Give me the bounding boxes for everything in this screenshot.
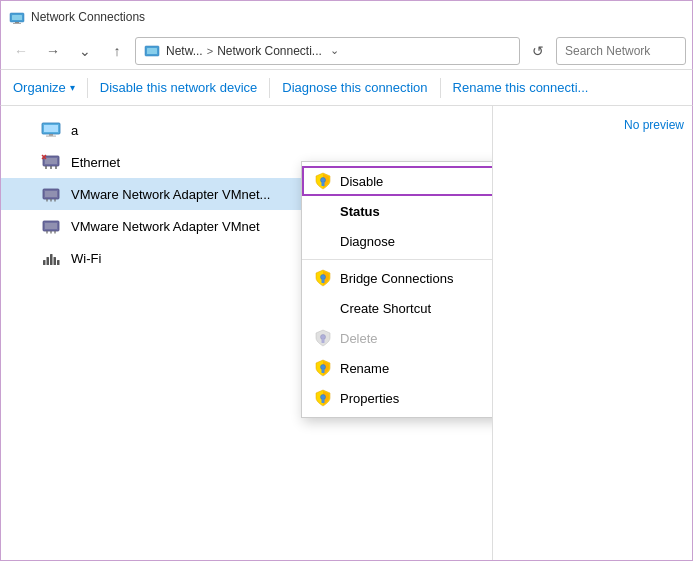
list-item-label: a [71,123,78,138]
wifi-icon [41,248,61,268]
address-icon [144,43,160,59]
svg-rect-9 [46,136,56,137]
refresh-button[interactable]: ↺ [524,37,552,65]
address-part1: Netw... [166,44,203,58]
network-icon [41,120,61,140]
svg-point-36 [321,335,326,340]
no-preview-text: No preview [624,118,684,132]
list-item-label: VMware Network Adapter VMnet [71,219,260,234]
list-item[interactable]: a [1,114,492,146]
svg-rect-29 [50,254,53,265]
shield-icon [314,172,332,190]
shield-icon-disabled [314,329,332,347]
address-bar: ← → ⌄ ↑ Netw... > Network Connecti... ⌄ … [0,32,693,70]
disable-label: Disable this network device [100,80,258,95]
ctx-properties[interactable]: Properties [302,383,492,413]
ctx-status[interactable]: Status [302,196,492,226]
back-button[interactable]: ← [7,37,35,65]
svg-rect-18 [45,191,57,197]
diagnose-label: Diagnose this connection [282,80,427,95]
ctx-shortcut-label: Create Shortcut [340,301,431,316]
ctx-properties-label: Properties [340,391,399,406]
address-chevron-icon: ⌄ [330,44,339,57]
shield-icon [314,269,332,287]
address-text: Netw... > Network Connecti... ⌄ [166,44,339,58]
svg-rect-27 [43,260,46,265]
svg-rect-33 [322,182,325,186]
up-button[interactable]: ↑ [103,37,131,65]
svg-point-34 [321,275,326,280]
ctx-no-icon [314,232,332,250]
ctx-shortcut[interactable]: Create Shortcut [302,293,492,323]
svg-rect-1 [12,15,22,20]
ctx-disable-label: Disable [340,174,383,189]
toolbar: Organize ▾ Disable this network device D… [0,70,693,106]
list-item-label: Ethernet [71,155,120,170]
main-window: a Ethernet [0,106,693,561]
organize-label: Organize [13,80,66,95]
ctx-no-icon [314,299,332,317]
svg-rect-35 [322,279,325,283]
ctx-delete[interactable]: Delete [302,323,492,353]
svg-point-38 [321,365,326,370]
dropdown-button[interactable]: ⌄ [71,37,99,65]
ctx-diagnose[interactable]: Diagnose [302,226,492,256]
address-box[interactable]: Netw... > Network Connecti... ⌄ [135,37,520,65]
window-title: Network Connections [31,10,145,24]
organize-button[interactable]: Organize ▾ [5,74,83,102]
organize-arrow-icon: ▾ [70,82,75,93]
ethernet-icon [41,152,61,172]
svg-point-40 [321,395,326,400]
svg-rect-39 [322,369,325,373]
ctx-bridge-label: Bridge Connections [340,271,453,286]
ctx-rename-label: Rename [340,361,389,376]
search-input[interactable] [556,37,686,65]
shield-icon [314,389,332,407]
vmware-icon [41,184,61,204]
ctx-diagnose-label: Diagnose [340,234,395,249]
address-part2: Network Connecti... [217,44,322,58]
context-menu: Disable Status Diagnose [301,161,492,418]
preview-panel: No preview [492,106,692,560]
svg-rect-7 [44,125,58,132]
svg-rect-3 [13,23,21,24]
app-icon [9,9,25,25]
list-item-label: Wi-Fi [71,251,101,266]
list-item-label: VMware Network Adapter VMnet... [71,187,270,202]
ctx-rename[interactable]: Rename [302,353,492,383]
ctx-disable[interactable]: Disable [302,166,492,196]
disable-button[interactable]: Disable this network device [92,74,266,102]
svg-rect-37 [322,339,325,343]
svg-rect-5 [147,48,157,54]
toolbar-divider-3 [440,78,441,98]
rename-label: Rename this connecti... [453,80,589,95]
diagnose-button[interactable]: Diagnose this connection [274,74,435,102]
svg-point-32 [321,178,326,183]
file-list[interactable]: a Ethernet [1,106,492,560]
ctx-no-icon [314,202,332,220]
address-separator: > [207,45,213,57]
toolbar-divider-1 [87,78,88,98]
svg-rect-31 [57,260,60,265]
rename-button[interactable]: Rename this connecti... [445,74,597,102]
svg-rect-30 [54,257,57,265]
forward-button[interactable]: → [39,37,67,65]
title-bar: Network Connections [0,0,693,32]
ctx-delete-label: Delete [340,331,378,346]
ctx-separator-1 [302,259,492,260]
svg-rect-23 [45,223,57,229]
svg-rect-41 [322,399,325,403]
svg-rect-11 [45,158,57,164]
ctx-bridge[interactable]: Bridge Connections [302,263,492,293]
svg-rect-28 [47,257,50,265]
toolbar-divider-2 [269,78,270,98]
shield-icon [314,359,332,377]
vmware-icon [41,216,61,236]
ctx-status-label: Status [340,204,380,219]
